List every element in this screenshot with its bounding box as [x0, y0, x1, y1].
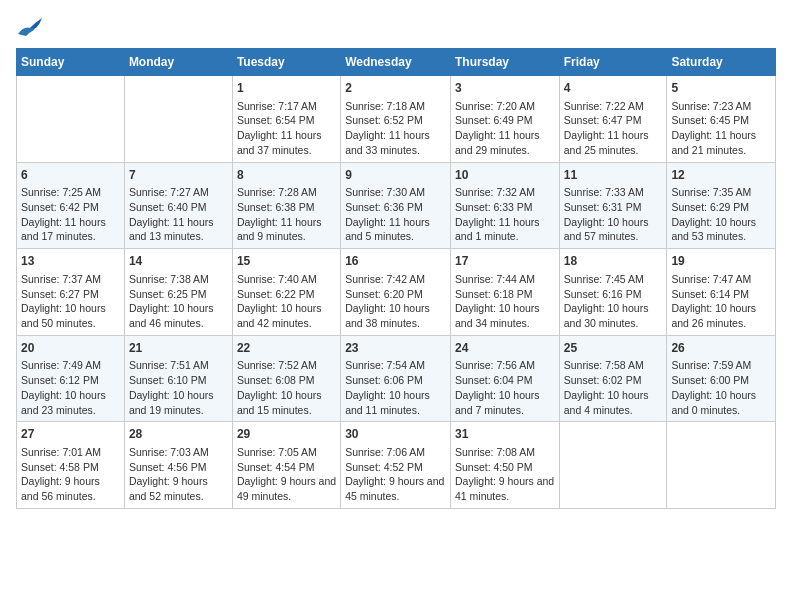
day-number: 8: [237, 167, 336, 184]
day-cell: 27Sunrise: 7:01 AM Sunset: 4:58 PM Dayli…: [17, 422, 125, 509]
week-row-2: 6Sunrise: 7:25 AM Sunset: 6:42 PM Daylig…: [17, 162, 776, 249]
day-info: Sunrise: 7:03 AM Sunset: 4:56 PM Dayligh…: [129, 445, 228, 504]
day-info: Sunrise: 7:06 AM Sunset: 4:52 PM Dayligh…: [345, 445, 446, 504]
day-info: Sunrise: 7:45 AM Sunset: 6:16 PM Dayligh…: [564, 272, 663, 331]
day-cell: 12Sunrise: 7:35 AM Sunset: 6:29 PM Dayli…: [667, 162, 776, 249]
day-number: 30: [345, 426, 446, 443]
day-info: Sunrise: 7:28 AM Sunset: 6:38 PM Dayligh…: [237, 185, 336, 244]
day-cell: 24Sunrise: 7:56 AM Sunset: 6:04 PM Dayli…: [450, 335, 559, 422]
day-info: Sunrise: 7:42 AM Sunset: 6:20 PM Dayligh…: [345, 272, 446, 331]
day-cell: [667, 422, 776, 509]
day-number: 3: [455, 80, 555, 97]
day-number: 2: [345, 80, 446, 97]
day-info: Sunrise: 7:17 AM Sunset: 6:54 PM Dayligh…: [237, 99, 336, 158]
day-number: 20: [21, 340, 120, 357]
day-number: 19: [671, 253, 771, 270]
day-cell: 15Sunrise: 7:40 AM Sunset: 6:22 PM Dayli…: [232, 249, 340, 336]
week-row-3: 13Sunrise: 7:37 AM Sunset: 6:27 PM Dayli…: [17, 249, 776, 336]
day-info: Sunrise: 7:44 AM Sunset: 6:18 PM Dayligh…: [455, 272, 555, 331]
day-info: Sunrise: 7:58 AM Sunset: 6:02 PM Dayligh…: [564, 358, 663, 417]
day-number: 14: [129, 253, 228, 270]
day-cell: [17, 76, 125, 163]
day-cell: 1Sunrise: 7:17 AM Sunset: 6:54 PM Daylig…: [232, 76, 340, 163]
day-info: Sunrise: 7:52 AM Sunset: 6:08 PM Dayligh…: [237, 358, 336, 417]
day-number: 17: [455, 253, 555, 270]
week-row-4: 20Sunrise: 7:49 AM Sunset: 6:12 PM Dayli…: [17, 335, 776, 422]
day-info: Sunrise: 7:20 AM Sunset: 6:49 PM Dayligh…: [455, 99, 555, 158]
day-cell: 6Sunrise: 7:25 AM Sunset: 6:42 PM Daylig…: [17, 162, 125, 249]
day-cell: 20Sunrise: 7:49 AM Sunset: 6:12 PM Dayli…: [17, 335, 125, 422]
logo-bird-icon: [16, 16, 44, 40]
header-cell-thursday: Thursday: [450, 49, 559, 76]
header-cell-monday: Monday: [124, 49, 232, 76]
day-info: Sunrise: 7:32 AM Sunset: 6:33 PM Dayligh…: [455, 185, 555, 244]
day-cell: 21Sunrise: 7:51 AM Sunset: 6:10 PM Dayli…: [124, 335, 232, 422]
day-info: Sunrise: 7:35 AM Sunset: 6:29 PM Dayligh…: [671, 185, 771, 244]
day-number: 24: [455, 340, 555, 357]
header-cell-friday: Friday: [559, 49, 667, 76]
day-cell: 13Sunrise: 7:37 AM Sunset: 6:27 PM Dayli…: [17, 249, 125, 336]
day-cell: 25Sunrise: 7:58 AM Sunset: 6:02 PM Dayli…: [559, 335, 667, 422]
day-info: Sunrise: 7:49 AM Sunset: 6:12 PM Dayligh…: [21, 358, 120, 417]
day-cell: 11Sunrise: 7:33 AM Sunset: 6:31 PM Dayli…: [559, 162, 667, 249]
day-cell: 8Sunrise: 7:28 AM Sunset: 6:38 PM Daylig…: [232, 162, 340, 249]
day-info: Sunrise: 7:27 AM Sunset: 6:40 PM Dayligh…: [129, 185, 228, 244]
day-cell: 31Sunrise: 7:08 AM Sunset: 4:50 PM Dayli…: [450, 422, 559, 509]
header-row: SundayMondayTuesdayWednesdayThursdayFrid…: [17, 49, 776, 76]
day-number: 11: [564, 167, 663, 184]
day-number: 25: [564, 340, 663, 357]
day-cell: 29Sunrise: 7:05 AM Sunset: 4:54 PM Dayli…: [232, 422, 340, 509]
header-cell-wednesday: Wednesday: [341, 49, 451, 76]
day-number: 16: [345, 253, 446, 270]
day-info: Sunrise: 7:40 AM Sunset: 6:22 PM Dayligh…: [237, 272, 336, 331]
day-cell: 10Sunrise: 7:32 AM Sunset: 6:33 PM Dayli…: [450, 162, 559, 249]
day-cell: 28Sunrise: 7:03 AM Sunset: 4:56 PM Dayli…: [124, 422, 232, 509]
day-number: 29: [237, 426, 336, 443]
day-info: Sunrise: 7:54 AM Sunset: 6:06 PM Dayligh…: [345, 358, 446, 417]
day-info: Sunrise: 7:05 AM Sunset: 4:54 PM Dayligh…: [237, 445, 336, 504]
day-number: 9: [345, 167, 446, 184]
day-cell: 17Sunrise: 7:44 AM Sunset: 6:18 PM Dayli…: [450, 249, 559, 336]
day-info: Sunrise: 7:23 AM Sunset: 6:45 PM Dayligh…: [671, 99, 771, 158]
day-info: Sunrise: 7:37 AM Sunset: 6:27 PM Dayligh…: [21, 272, 120, 331]
day-number: 15: [237, 253, 336, 270]
day-number: 1: [237, 80, 336, 97]
day-cell: 5Sunrise: 7:23 AM Sunset: 6:45 PM Daylig…: [667, 76, 776, 163]
day-number: 22: [237, 340, 336, 357]
day-cell: 18Sunrise: 7:45 AM Sunset: 6:16 PM Dayli…: [559, 249, 667, 336]
logo: [16, 16, 48, 40]
day-cell: [124, 76, 232, 163]
day-cell: 23Sunrise: 7:54 AM Sunset: 6:06 PM Dayli…: [341, 335, 451, 422]
day-number: 23: [345, 340, 446, 357]
week-row-1: 1Sunrise: 7:17 AM Sunset: 6:54 PM Daylig…: [17, 76, 776, 163]
day-number: 26: [671, 340, 771, 357]
week-row-5: 27Sunrise: 7:01 AM Sunset: 4:58 PM Dayli…: [17, 422, 776, 509]
day-cell: [559, 422, 667, 509]
day-info: Sunrise: 7:38 AM Sunset: 6:25 PM Dayligh…: [129, 272, 228, 331]
day-number: 28: [129, 426, 228, 443]
day-info: Sunrise: 7:56 AM Sunset: 6:04 PM Dayligh…: [455, 358, 555, 417]
day-cell: 22Sunrise: 7:52 AM Sunset: 6:08 PM Dayli…: [232, 335, 340, 422]
day-info: Sunrise: 7:33 AM Sunset: 6:31 PM Dayligh…: [564, 185, 663, 244]
day-info: Sunrise: 7:18 AM Sunset: 6:52 PM Dayligh…: [345, 99, 446, 158]
day-cell: 9Sunrise: 7:30 AM Sunset: 6:36 PM Daylig…: [341, 162, 451, 249]
day-cell: 2Sunrise: 7:18 AM Sunset: 6:52 PM Daylig…: [341, 76, 451, 163]
day-number: 12: [671, 167, 771, 184]
day-number: 6: [21, 167, 120, 184]
header-cell-tuesday: Tuesday: [232, 49, 340, 76]
day-cell: 3Sunrise: 7:20 AM Sunset: 6:49 PM Daylig…: [450, 76, 559, 163]
day-number: 7: [129, 167, 228, 184]
day-number: 5: [671, 80, 771, 97]
day-info: Sunrise: 7:25 AM Sunset: 6:42 PM Dayligh…: [21, 185, 120, 244]
day-info: Sunrise: 7:01 AM Sunset: 4:58 PM Dayligh…: [21, 445, 120, 504]
header-cell-sunday: Sunday: [17, 49, 125, 76]
day-info: Sunrise: 7:22 AM Sunset: 6:47 PM Dayligh…: [564, 99, 663, 158]
day-number: 10: [455, 167, 555, 184]
day-info: Sunrise: 7:08 AM Sunset: 4:50 PM Dayligh…: [455, 445, 555, 504]
day-cell: 7Sunrise: 7:27 AM Sunset: 6:40 PM Daylig…: [124, 162, 232, 249]
day-info: Sunrise: 7:51 AM Sunset: 6:10 PM Dayligh…: [129, 358, 228, 417]
day-number: 21: [129, 340, 228, 357]
calendar-table: SundayMondayTuesdayWednesdayThursdayFrid…: [16, 48, 776, 509]
day-info: Sunrise: 7:30 AM Sunset: 6:36 PM Dayligh…: [345, 185, 446, 244]
day-number: 4: [564, 80, 663, 97]
